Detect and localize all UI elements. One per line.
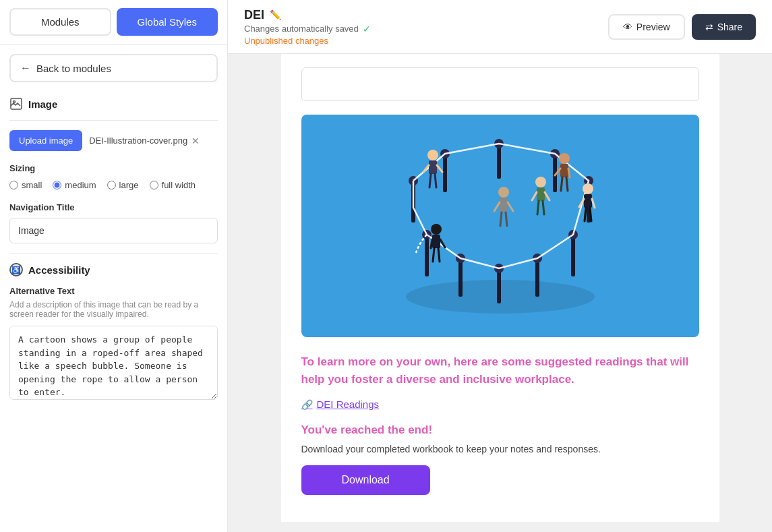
svg-line-34 [566,177,568,191]
preview-button[interactable]: 👁 Preview [608,14,685,40]
filename-badge: DEI-Illustration-cover.png ✕ [89,136,200,146]
dei-title: DEI ✏️ [244,8,371,22]
tab-bar: Modules Global Styles [0,0,227,45]
svg-line-33 [561,177,562,191]
section-divider-2 [9,253,218,254]
accessibility-header: ♿ Accessibility [9,263,218,276]
unpublished-badge: Unpublished changes [244,36,371,46]
preview-label: Preview [636,22,670,32]
suggested-readings-text: To learn more on your own, here are some… [301,353,699,388]
size-large[interactable]: large [107,180,139,190]
section-divider [9,120,218,121]
link-icon: 🔗 [301,399,313,410]
top-input-field[interactable] [301,67,699,101]
svg-point-47 [583,183,593,194]
tab-global-styles[interactable]: Global Styles [117,8,218,36]
download-button[interactable]: Download [301,465,430,495]
sizing-options: small medium large full width [9,180,218,190]
svg-point-41 [535,177,546,187]
svg-line-55 [431,239,432,248]
accessibility-section-title: Accessibility [28,264,90,276]
svg-line-39 [500,212,502,226]
sizing-section: Sizing small medium large full width [9,163,218,190]
svg-point-35 [498,187,509,198]
content-area: To learn more on your own, here are some… [228,54,772,532]
upload-row: Upload image DEI-Illustration-cover.png … [9,130,218,151]
top-bar: DEI ✏️ Changes automatically saved ✓ Unp… [228,0,772,54]
preview-icon: 👁 [623,22,632,32]
svg-rect-5 [458,260,463,297]
svg-line-26 [437,165,442,172]
svg-rect-42 [537,187,545,201]
action-buttons: 👁 Preview ⇄ Share [608,14,756,40]
accessibility-icon: ♿ [9,263,23,276]
title-area: DEI ✏️ Changes automatically saved ✓ Unp… [244,8,371,46]
svg-rect-24 [429,160,437,174]
svg-line-57 [433,248,434,262]
size-small[interactable]: small [9,180,42,190]
image-icon [9,97,23,111]
image-section-title: Image [28,98,57,110]
svg-rect-9 [535,260,539,297]
svg-rect-11 [571,236,575,276]
svg-point-53 [431,224,442,235]
back-to-modules-button[interactable]: ← Back to modules [9,54,218,82]
svg-line-40 [506,212,507,226]
svg-rect-19 [443,155,447,192]
svg-line-50 [592,199,595,208]
size-medium[interactable]: medium [53,180,96,190]
filename-text: DEI-Illustration-cover.png [89,136,187,146]
share-button[interactable]: ⇄ Share [692,14,756,40]
svg-line-58 [438,248,440,262]
svg-rect-54 [432,235,440,248]
svg-line-37 [494,202,500,211]
sidebar-content: Image Upload image DEI-Illustration-cove… [0,92,227,416]
svg-line-46 [543,201,544,214]
end-title: You've reached the end! [301,423,699,437]
share-icon: ⇄ [705,22,713,32]
svg-rect-17 [497,145,501,179]
tab-modules[interactable]: Modules [9,8,111,36]
edit-title-icon[interactable]: ✏️ [270,9,281,20]
back-button-label: Back to modules [36,63,111,74]
svg-line-44 [545,192,550,200]
nav-title-section: Navigation Title [9,202,218,243]
size-full-width[interactable]: full width [150,180,196,190]
svg-rect-3 [425,236,429,276]
svg-point-23 [427,150,438,160]
alt-text-hint: Add a description of this image that can… [9,300,218,319]
dei-readings-link[interactable]: 🔗 DEI Readings [301,398,699,410]
svg-line-28 [435,174,436,187]
alt-text-input[interactable]: A cartoon shows a group of people standi… [9,326,218,400]
svg-rect-48 [584,194,592,208]
saved-row: Changes automatically saved ✓ [244,24,371,34]
nav-title-label: Navigation Title [9,202,218,212]
alt-text-label: Alternative Text [9,286,218,296]
end-text: Download your completed workbook to keep… [301,444,699,454]
svg-rect-30 [560,164,568,177]
svg-point-29 [559,153,570,164]
back-arrow-icon: ← [20,62,31,74]
upload-image-button[interactable]: Upload image [9,130,82,151]
share-label: Share [717,22,742,32]
content-inner: To learn more on your own, here are some… [281,54,719,522]
svg-line-27 [429,174,431,187]
illustration-container [301,115,699,337]
svg-line-38 [508,202,513,211]
svg-rect-36 [500,198,508,212]
page-title: DEI [244,8,264,22]
sidebar: Modules Global Styles ← Back to modules … [0,0,228,532]
svg-line-32 [568,169,570,177]
saved-text: Changes automatically saved [244,24,359,34]
dei-readings-label: DEI Readings [317,398,380,410]
nav-title-input[interactable] [9,218,218,243]
image-section-header: Image [9,97,218,111]
svg-line-52 [590,208,591,221]
sizing-label: Sizing [9,163,218,173]
svg-line-51 [585,208,586,221]
remove-file-icon[interactable]: ✕ [191,136,200,146]
svg-rect-7 [497,270,501,303]
main-content: DEI ✏️ Changes automatically saved ✓ Unp… [228,0,772,532]
svg-line-43 [532,192,537,200]
svg-line-45 [537,201,539,214]
